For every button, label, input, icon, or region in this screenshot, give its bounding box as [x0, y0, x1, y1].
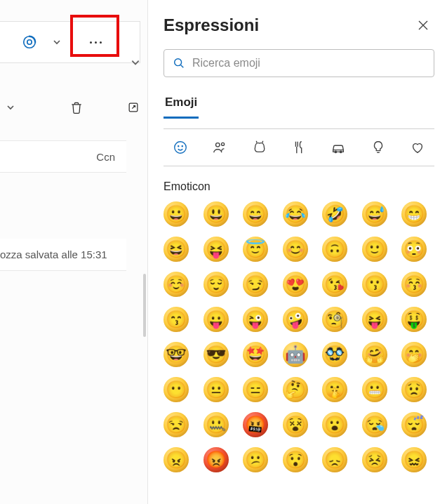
emoji-item[interactable]: 😡 — [204, 447, 229, 472]
search-icon — [173, 57, 185, 69]
panel-title: Espressioni — [164, 15, 259, 35]
emoji-item[interactable]: 😝 — [362, 307, 387, 332]
emoji-item[interactable]: 🤖 — [283, 342, 308, 367]
message-actions-row — [0, 91, 140, 124]
category-animals[interactable] — [248, 136, 271, 159]
tab-emoji[interactable]: Emoji — [164, 91, 199, 119]
emoji-item[interactable]: 😠 — [164, 447, 189, 472]
emoji-item[interactable]: 🤓 — [164, 342, 189, 367]
more-options-button[interactable] — [76, 25, 115, 59]
emoji-item[interactable]: 😯 — [283, 447, 308, 472]
scrollbar-thumb[interactable] — [143, 274, 146, 337]
emoji-search-box[interactable] — [164, 49, 434, 77]
emoji-item[interactable]: 😖 — [401, 447, 427, 472]
emoji-item[interactable]: 😆 — [164, 237, 189, 262]
emoji-item[interactable]: 🤪 — [283, 307, 308, 332]
emoji-item[interactable]: 🧐 — [322, 307, 347, 332]
emoji-item[interactable]: 😌 — [204, 272, 229, 297]
emoji-item[interactable]: 🤗 — [362, 342, 387, 367]
emoji-item[interactable]: 😵 — [283, 412, 308, 437]
emoji-search-input[interactable] — [192, 57, 425, 69]
emoji-item[interactable]: 😗 — [362, 272, 387, 297]
emoji-item[interactable]: 😃 — [204, 201, 229, 227]
svg-point-6 — [182, 146, 182, 147]
emoji-item[interactable]: 😘 — [322, 272, 347, 297]
category-food[interactable] — [288, 136, 310, 159]
emoji-item[interactable]: 😴 — [401, 412, 427, 437]
emoji-item[interactable]: 🤔 — [283, 377, 308, 402]
expressions-panel: Espressioni Emoji Emoti — [147, 0, 447, 504]
close-button[interactable] — [412, 14, 434, 37]
emoji-item[interactable]: 😛 — [204, 307, 229, 332]
category-smileys[interactable] — [169, 136, 192, 159]
emoji-item[interactable]: 🙃 — [322, 237, 347, 262]
bcc-label: Ccn — [96, 151, 115, 163]
emoji-item[interactable]: 😣 — [362, 447, 387, 472]
emoji-item[interactable]: 😊 — [283, 237, 308, 262]
action-chevron[interactable] — [3, 94, 18, 121]
draft-status-bar: ozza salvata alle 15:31 — [0, 239, 126, 271]
emoji-item[interactable]: 😪 — [362, 412, 387, 437]
expression-tabs: Emoji — [164, 91, 434, 119]
emoji-scroll-area[interactable]: 😀😃😄😂🤣😅😁😆😝😇😊🙃🙂😳☺️😌😏😍😘😗😚😙😛😜🤪🧐😝🤑🤓😎🤩🤖🥸🤗🤭😶😐😑🤔… — [164, 201, 434, 504]
emoji-item[interactable]: 🤑 — [401, 307, 427, 332]
compose-background: Ccn ozza salvata alle 15:31 — [0, 0, 147, 504]
emoji-item[interactable]: 😁 — [401, 201, 427, 227]
section-label-emoticon: Emoticon — [164, 180, 434, 193]
emoji-item[interactable]: 😕 — [243, 447, 268, 472]
emoji-item[interactable]: 😝 — [204, 237, 229, 262]
bcc-toggle[interactable]: Ccn — [0, 140, 126, 173]
emoji-item[interactable]: 🤐 — [204, 412, 229, 437]
emoji-item[interactable]: 😍 — [283, 272, 308, 297]
emoji-item[interactable]: 😜 — [243, 307, 268, 332]
category-objects[interactable] — [367, 136, 389, 159]
svg-point-3 — [175, 59, 182, 66]
delete-button[interactable] — [69, 100, 84, 114]
emoji-item[interactable]: 😇 — [243, 237, 268, 262]
svg-point-5 — [178, 146, 179, 147]
svg-point-8 — [222, 142, 225, 145]
emoji-item[interactable]: 😒 — [164, 412, 189, 437]
emoji-item[interactable]: 🥸 — [322, 342, 347, 367]
emoji-item[interactable]: 😚 — [401, 272, 427, 297]
emoji-item[interactable]: 😳 — [401, 237, 427, 262]
emoji-item[interactable]: 😀 — [164, 201, 189, 227]
emoji-item[interactable]: 😎 — [204, 342, 229, 367]
category-people[interactable] — [208, 136, 231, 159]
draft-status-text: ozza salvata alle 15:31 — [0, 248, 107, 260]
loop-component-button[interactable] — [14, 29, 45, 55]
svg-point-1 — [27, 40, 32, 44]
emoji-item[interactable]: 😑 — [243, 377, 268, 402]
emoji-item[interactable]: 🤣 — [322, 201, 347, 227]
emoji-item[interactable]: 🤩 — [243, 342, 268, 367]
emoji-item[interactable]: 😟 — [401, 377, 427, 402]
emoji-item[interactable]: 😅 — [362, 201, 387, 227]
emoji-item[interactable]: 😄 — [243, 201, 268, 227]
emoji-item[interactable]: 😙 — [164, 307, 189, 332]
svg-point-4 — [175, 142, 187, 154]
loop-dropdown-chevron[interactable] — [49, 29, 65, 55]
emoji-item[interactable]: 🙂 — [362, 237, 387, 262]
emoji-item[interactable]: 😶 — [164, 377, 189, 402]
category-travel[interactable] — [327, 136, 349, 159]
category-symbols[interactable] — [406, 136, 429, 159]
emoji-item[interactable]: 😐 — [204, 377, 229, 402]
emoji-item[interactable]: 😂 — [283, 201, 308, 227]
compose-toolbar — [0, 21, 140, 63]
emoji-grid: 😀😃😄😂🤣😅😁😆😝😇😊🙃🙂😳☺️😌😏😍😘😗😚😙😛😜🤪🧐😝🤑🤓😎🤩🤖🥸🤗🤭😶😐😑🤔… — [164, 201, 432, 486]
collapse-chevron[interactable] — [131, 58, 140, 67]
emoji-item[interactable]: 😞 — [322, 447, 347, 472]
svg-point-7 — [216, 143, 220, 147]
ellipsis-icon — [90, 41, 102, 44]
emoji-item[interactable]: 😮 — [322, 412, 347, 437]
emoji-item[interactable]: 😏 — [243, 272, 268, 297]
emoji-category-row — [164, 128, 434, 166]
popout-button[interactable] — [126, 100, 140, 114]
emoji-item[interactable]: ☺️ — [164, 272, 189, 297]
emoji-item[interactable]: 🤬 — [243, 412, 268, 437]
emoji-item[interactable]: 😬 — [362, 377, 387, 402]
emoji-item[interactable]: 🤭 — [401, 342, 427, 367]
emoji-item[interactable]: 🤫 — [322, 377, 347, 402]
